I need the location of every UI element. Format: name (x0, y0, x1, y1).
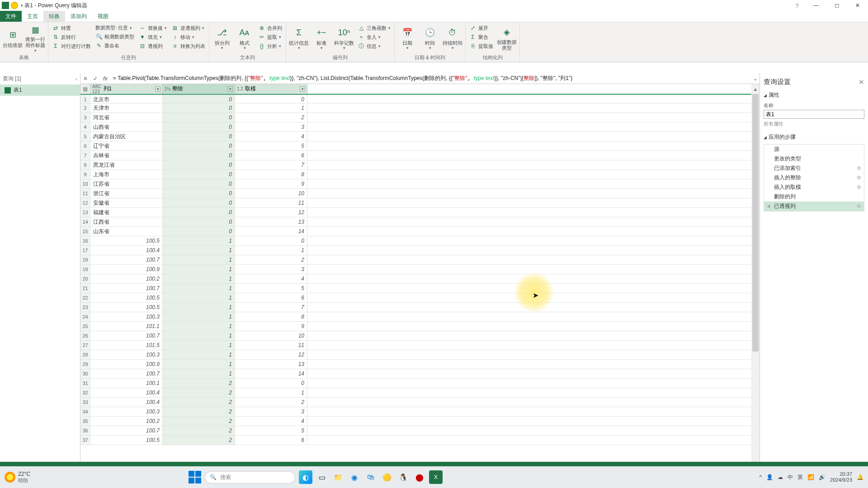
information-button[interactable]: ⓘ信息▾ (357, 42, 392, 50)
applied-step[interactable]: 更改的类型 (764, 154, 864, 164)
cell[interactable]: 福建省 (90, 208, 163, 217)
row-header[interactable]: 37 (80, 436, 90, 445)
row-header[interactable]: 13 (80, 208, 90, 217)
excel-app-icon[interactable]: X (429, 470, 443, 484)
cell[interactable]: 4 (235, 417, 307, 426)
row-header[interactable]: 5 (80, 132, 90, 141)
cell[interactable]: 100.5 (90, 303, 163, 312)
record-app-icon[interactable]: ⬤ (413, 470, 426, 484)
cell[interactable]: 江苏省 (90, 179, 163, 188)
cell[interactable]: 2 (163, 398, 235, 407)
cell[interactable]: 12 (235, 350, 307, 359)
row-header[interactable]: 23 (80, 303, 90, 312)
table-row[interactable]: 9上海市08 (80, 170, 751, 179)
cell[interactable]: 100.3 (90, 350, 163, 359)
cell[interactable]: 100.5 (90, 293, 163, 302)
weather-widget[interactable]: 22°C 晴朗 (5, 471, 30, 484)
table-row[interactable]: 4山西省03 (80, 122, 751, 132)
cell[interactable]: 11 (235, 198, 307, 207)
cell[interactable]: 天津市 (90, 103, 163, 113)
cell[interactable]: 100.2 (90, 417, 163, 426)
qq-app-icon[interactable]: 🐧 (396, 470, 410, 484)
filter-dropdown-icon[interactable]: ▾ (155, 86, 160, 92)
cell[interactable]: 1 (163, 236, 235, 245)
row-header[interactable]: 2 (80, 103, 90, 113)
table-row[interactable]: 2天津市01 (80, 103, 751, 113)
row-header[interactable]: 32 (80, 388, 90, 397)
cell[interactable]: 2 (163, 379, 235, 388)
cell[interactable]: 0 (163, 208, 235, 217)
fill-button[interactable]: ▼填充▾ (138, 33, 168, 41)
row-header[interactable]: 1 (80, 95, 90, 103)
cell[interactable]: 1 (163, 360, 235, 369)
cell[interactable]: 2 (163, 388, 235, 397)
formula-cancel-button[interactable]: ✕ (80, 74, 90, 84)
cell[interactable]: 1 (163, 331, 235, 340)
cell[interactable]: 100.7 (90, 369, 163, 378)
cell[interactable]: 100.9 (90, 265, 163, 274)
cell[interactable]: 0 (163, 141, 235, 150)
applied-step[interactable]: 删除的列 (764, 192, 864, 202)
cell[interactable]: 5 (235, 426, 307, 435)
cell[interactable]: 0 (163, 151, 235, 160)
group-by-button[interactable]: ⊞分组依据 (3, 24, 23, 53)
row-header[interactable]: 15 (80, 227, 90, 236)
cell[interactable]: 3 (235, 265, 307, 274)
cell[interactable]: 9 (235, 322, 307, 331)
table-row[interactable]: 11浙江省010 (80, 189, 751, 198)
table-row[interactable]: 10江苏省09 (80, 179, 751, 189)
table-row[interactable]: 8黑龙江省07 (80, 160, 751, 170)
create-data-type-button[interactable]: ◈创建数据类型 (497, 24, 517, 53)
table-row[interactable]: 14江西省013 (80, 217, 751, 227)
applied-step[interactable]: 插入的整除⚙ (764, 173, 864, 183)
cell[interactable]: 上海市 (90, 170, 163, 179)
standard-button[interactable]: +−标准▾ (311, 24, 331, 53)
lang-indicator[interactable]: 英 (797, 474, 803, 481)
cell[interactable]: 1 (235, 246, 307, 255)
cell[interactable]: 13 (235, 360, 307, 369)
row-header[interactable]: 3 (80, 113, 90, 122)
statistics-button[interactable]: Σ统计信息▾ (289, 24, 309, 53)
tab-view[interactable]: 视图 (92, 11, 114, 22)
cell[interactable]: 12 (235, 208, 307, 217)
start-button[interactable] (189, 471, 201, 483)
table-row[interactable]: 17100.411 (80, 246, 751, 255)
scroll-up-icon[interactable]: ▲ (751, 85, 760, 93)
store-app-icon[interactable]: 🛍 (364, 470, 377, 484)
table-row[interactable]: 32100.421 (80, 388, 751, 398)
cell[interactable]: 0 (235, 95, 307, 103)
row-header[interactable]: 19 (80, 265, 90, 274)
table-row[interactable]: 7吉林省06 (80, 151, 751, 160)
table-row[interactable]: 23100.517 (80, 303, 751, 312)
cell[interactable]: 100.3 (90, 407, 163, 416)
applied-step[interactable]: 源 (764, 145, 864, 154)
row-header[interactable]: 14 (80, 217, 90, 226)
help-button[interactable]: ? (790, 0, 804, 11)
cell[interactable]: 1 (163, 265, 235, 274)
row-header[interactable]: 4 (80, 122, 90, 131)
expand-button[interactable]: ⤢展开 (468, 24, 494, 32)
use-first-row-headers-button[interactable]: ▦将第一行用作标题▾ (25, 24, 45, 53)
cell[interactable]: 8 (235, 312, 307, 321)
table-row[interactable]: 27101.5111 (80, 341, 751, 350)
row-header[interactable]: 28 (80, 350, 90, 359)
cell[interactable]: 100.1 (90, 379, 163, 388)
table-row[interactable]: 29100.9113 (80, 360, 751, 369)
cell[interactable]: 100.2 (90, 274, 163, 283)
row-header[interactable]: 17 (80, 246, 90, 255)
table-row[interactable]: 28100.3112 (80, 350, 751, 360)
table-row[interactable]: 24100.318 (80, 312, 751, 322)
cell[interactable]: 100.4 (90, 398, 163, 407)
cell[interactable]: 8 (235, 170, 307, 179)
cell[interactable]: 安徽省 (90, 198, 163, 207)
cell[interactable]: 6 (235, 293, 307, 302)
table-row[interactable]: 34100.323 (80, 407, 751, 417)
cell[interactable]: 100.7 (90, 426, 163, 435)
table-row[interactable]: 31100.120 (80, 379, 751, 388)
row-header[interactable]: 20 (80, 274, 90, 283)
row-header[interactable]: 26 (80, 331, 90, 340)
row-header[interactable]: 36 (80, 426, 90, 435)
table-row[interactable]: 36100.725 (80, 426, 751, 436)
row-header[interactable]: 6 (80, 141, 90, 150)
row-header[interactable]: 7 (80, 151, 90, 160)
